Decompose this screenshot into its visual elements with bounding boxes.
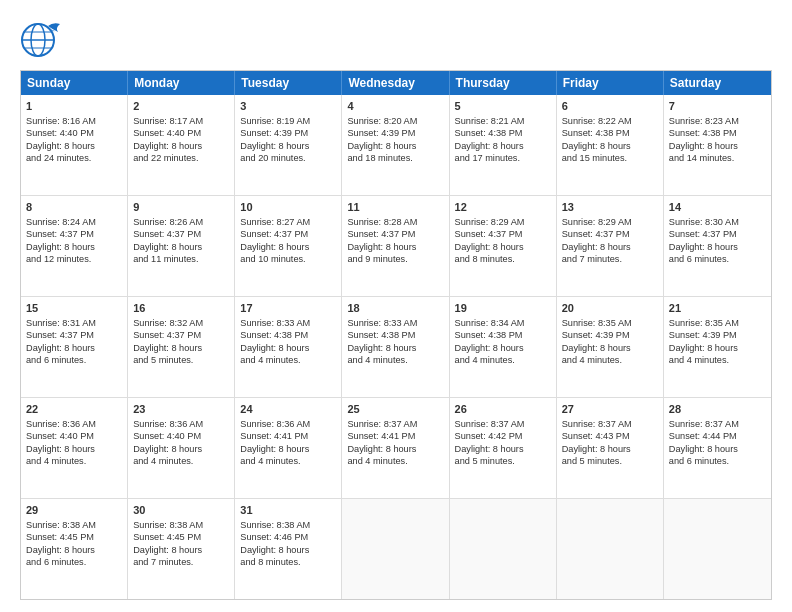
day-number: 22 bbox=[26, 402, 122, 417]
day-info-line-3: and 8 minutes. bbox=[455, 253, 551, 265]
empty-cell bbox=[450, 499, 557, 599]
day-info-line-2: Daylight: 8 hours bbox=[455, 241, 551, 253]
day-info-line-2: Daylight: 8 hours bbox=[26, 443, 122, 455]
header-day-monday: Monday bbox=[128, 71, 235, 95]
day-info-line-3: and 8 minutes. bbox=[240, 556, 336, 568]
day-info-line-3: and 22 minutes. bbox=[133, 152, 229, 164]
day-info-line-3: and 12 minutes. bbox=[26, 253, 122, 265]
day-info-line-2: Daylight: 8 hours bbox=[240, 342, 336, 354]
day-cell-17: 17Sunrise: 8:33 AMSunset: 4:38 PMDayligh… bbox=[235, 297, 342, 397]
day-info-line-3: and 4 minutes. bbox=[133, 455, 229, 467]
day-info-line-1: Sunset: 4:37 PM bbox=[133, 228, 229, 240]
day-info-line-0: Sunrise: 8:33 AM bbox=[240, 317, 336, 329]
day-cell-23: 23Sunrise: 8:36 AMSunset: 4:40 PMDayligh… bbox=[128, 398, 235, 498]
day-cell-3: 3Sunrise: 8:19 AMSunset: 4:39 PMDaylight… bbox=[235, 95, 342, 195]
day-info-line-0: Sunrise: 8:23 AM bbox=[669, 115, 766, 127]
day-info-line-3: and 5 minutes. bbox=[133, 354, 229, 366]
day-cell-29: 29Sunrise: 8:38 AMSunset: 4:45 PMDayligh… bbox=[21, 499, 128, 599]
empty-cell bbox=[664, 499, 771, 599]
day-number: 16 bbox=[133, 301, 229, 316]
day-info-line-0: Sunrise: 8:27 AM bbox=[240, 216, 336, 228]
day-info-line-2: Daylight: 8 hours bbox=[240, 140, 336, 152]
day-info-line-3: and 4 minutes. bbox=[26, 455, 122, 467]
day-info-line-2: Daylight: 8 hours bbox=[133, 140, 229, 152]
day-info-line-1: Sunset: 4:38 PM bbox=[347, 329, 443, 341]
day-info-line-3: and 15 minutes. bbox=[562, 152, 658, 164]
day-cell-24: 24Sunrise: 8:36 AMSunset: 4:41 PMDayligh… bbox=[235, 398, 342, 498]
header-day-sunday: Sunday bbox=[21, 71, 128, 95]
calendar-body: 1Sunrise: 8:16 AMSunset: 4:40 PMDaylight… bbox=[21, 95, 771, 599]
day-info-line-0: Sunrise: 8:26 AM bbox=[133, 216, 229, 228]
day-info-line-3: and 6 minutes. bbox=[26, 354, 122, 366]
day-info-line-1: Sunset: 4:37 PM bbox=[133, 329, 229, 341]
header-day-wednesday: Wednesday bbox=[342, 71, 449, 95]
day-number: 21 bbox=[669, 301, 766, 316]
header bbox=[20, 18, 772, 60]
day-cell-2: 2Sunrise: 8:17 AMSunset: 4:40 PMDaylight… bbox=[128, 95, 235, 195]
day-info-line-1: Sunset: 4:39 PM bbox=[669, 329, 766, 341]
day-info-line-2: Daylight: 8 hours bbox=[562, 443, 658, 455]
day-info-line-3: and 4 minutes. bbox=[669, 354, 766, 366]
day-info-line-2: Daylight: 8 hours bbox=[669, 241, 766, 253]
calendar-week-2: 8Sunrise: 8:24 AMSunset: 4:37 PMDaylight… bbox=[21, 196, 771, 297]
day-info-line-1: Sunset: 4:37 PM bbox=[347, 228, 443, 240]
day-cell-18: 18Sunrise: 8:33 AMSunset: 4:38 PMDayligh… bbox=[342, 297, 449, 397]
day-cell-11: 11Sunrise: 8:28 AMSunset: 4:37 PMDayligh… bbox=[342, 196, 449, 296]
day-cell-31: 31Sunrise: 8:38 AMSunset: 4:46 PMDayligh… bbox=[235, 499, 342, 599]
day-info-line-0: Sunrise: 8:36 AM bbox=[26, 418, 122, 430]
day-info-line-3: and 20 minutes. bbox=[240, 152, 336, 164]
day-cell-28: 28Sunrise: 8:37 AMSunset: 4:44 PMDayligh… bbox=[664, 398, 771, 498]
day-info-line-1: Sunset: 4:45 PM bbox=[26, 531, 122, 543]
day-cell-13: 13Sunrise: 8:29 AMSunset: 4:37 PMDayligh… bbox=[557, 196, 664, 296]
day-cell-21: 21Sunrise: 8:35 AMSunset: 4:39 PMDayligh… bbox=[664, 297, 771, 397]
day-info-line-2: Daylight: 8 hours bbox=[669, 342, 766, 354]
day-info-line-2: Daylight: 8 hours bbox=[455, 342, 551, 354]
day-cell-7: 7Sunrise: 8:23 AMSunset: 4:38 PMDaylight… bbox=[664, 95, 771, 195]
day-info-line-3: and 18 minutes. bbox=[347, 152, 443, 164]
day-cell-15: 15Sunrise: 8:31 AMSunset: 4:37 PMDayligh… bbox=[21, 297, 128, 397]
day-info-line-1: Sunset: 4:37 PM bbox=[26, 228, 122, 240]
day-info-line-0: Sunrise: 8:22 AM bbox=[562, 115, 658, 127]
day-number: 11 bbox=[347, 200, 443, 215]
day-info-line-1: Sunset: 4:38 PM bbox=[562, 127, 658, 139]
day-info-line-0: Sunrise: 8:38 AM bbox=[240, 519, 336, 531]
day-number: 23 bbox=[133, 402, 229, 417]
header-day-friday: Friday bbox=[557, 71, 664, 95]
day-number: 18 bbox=[347, 301, 443, 316]
day-info-line-2: Daylight: 8 hours bbox=[240, 241, 336, 253]
day-info-line-0: Sunrise: 8:24 AM bbox=[26, 216, 122, 228]
day-info-line-1: Sunset: 4:39 PM bbox=[562, 329, 658, 341]
day-info-line-2: Daylight: 8 hours bbox=[455, 443, 551, 455]
day-info-line-3: and 11 minutes. bbox=[133, 253, 229, 265]
day-info-line-1: Sunset: 4:38 PM bbox=[669, 127, 766, 139]
day-cell-30: 30Sunrise: 8:38 AMSunset: 4:45 PMDayligh… bbox=[128, 499, 235, 599]
day-number: 3 bbox=[240, 99, 336, 114]
day-info-line-0: Sunrise: 8:17 AM bbox=[133, 115, 229, 127]
day-info-line-0: Sunrise: 8:32 AM bbox=[133, 317, 229, 329]
day-info-line-2: Daylight: 8 hours bbox=[347, 443, 443, 455]
day-cell-6: 6Sunrise: 8:22 AMSunset: 4:38 PMDaylight… bbox=[557, 95, 664, 195]
day-info-line-0: Sunrise: 8:34 AM bbox=[455, 317, 551, 329]
calendar-week-3: 15Sunrise: 8:31 AMSunset: 4:37 PMDayligh… bbox=[21, 297, 771, 398]
day-info-line-0: Sunrise: 8:37 AM bbox=[455, 418, 551, 430]
day-info-line-3: and 4 minutes. bbox=[562, 354, 658, 366]
day-info-line-1: Sunset: 4:37 PM bbox=[669, 228, 766, 240]
day-number: 14 bbox=[669, 200, 766, 215]
day-info-line-2: Daylight: 8 hours bbox=[133, 443, 229, 455]
logo bbox=[20, 18, 72, 60]
day-number: 13 bbox=[562, 200, 658, 215]
calendar-week-4: 22Sunrise: 8:36 AMSunset: 4:40 PMDayligh… bbox=[21, 398, 771, 499]
day-info-line-2: Daylight: 8 hours bbox=[26, 342, 122, 354]
day-number: 10 bbox=[240, 200, 336, 215]
day-number: 30 bbox=[133, 503, 229, 518]
day-info-line-2: Daylight: 8 hours bbox=[133, 241, 229, 253]
day-info-line-1: Sunset: 4:45 PM bbox=[133, 531, 229, 543]
day-info-line-3: and 24 minutes. bbox=[26, 152, 122, 164]
day-cell-1: 1Sunrise: 8:16 AMSunset: 4:40 PMDaylight… bbox=[21, 95, 128, 195]
day-info-line-1: Sunset: 4:37 PM bbox=[240, 228, 336, 240]
day-cell-14: 14Sunrise: 8:30 AMSunset: 4:37 PMDayligh… bbox=[664, 196, 771, 296]
day-info-line-0: Sunrise: 8:35 AM bbox=[562, 317, 658, 329]
day-info-line-3: and 10 minutes. bbox=[240, 253, 336, 265]
day-info-line-0: Sunrise: 8:31 AM bbox=[26, 317, 122, 329]
day-info-line-3: and 9 minutes. bbox=[347, 253, 443, 265]
